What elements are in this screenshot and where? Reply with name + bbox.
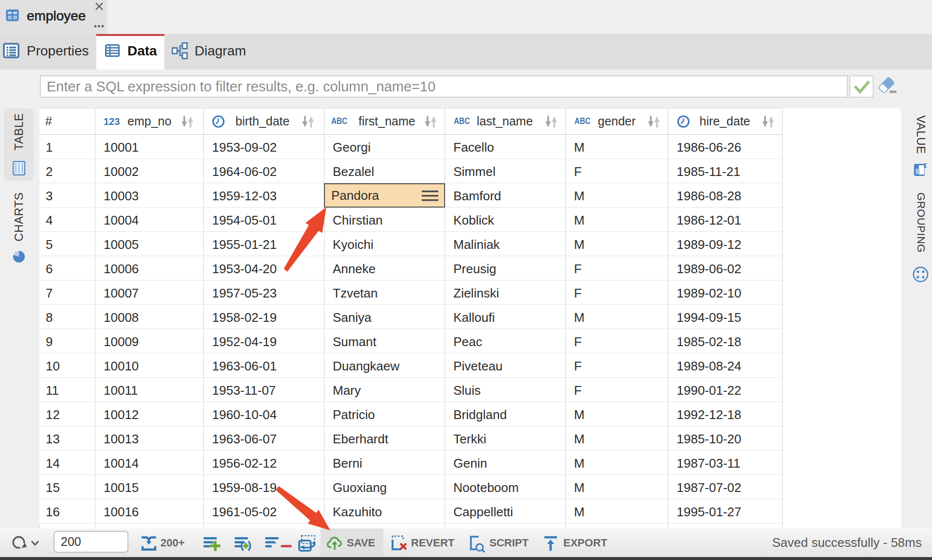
svg-text:ABC: ABC bbox=[331, 116, 347, 126]
svg-text:ABC: ABC bbox=[454, 116, 470, 126]
svg-text:123: 123 bbox=[104, 116, 120, 127]
svg-text:ABC: ABC bbox=[574, 116, 591, 126]
